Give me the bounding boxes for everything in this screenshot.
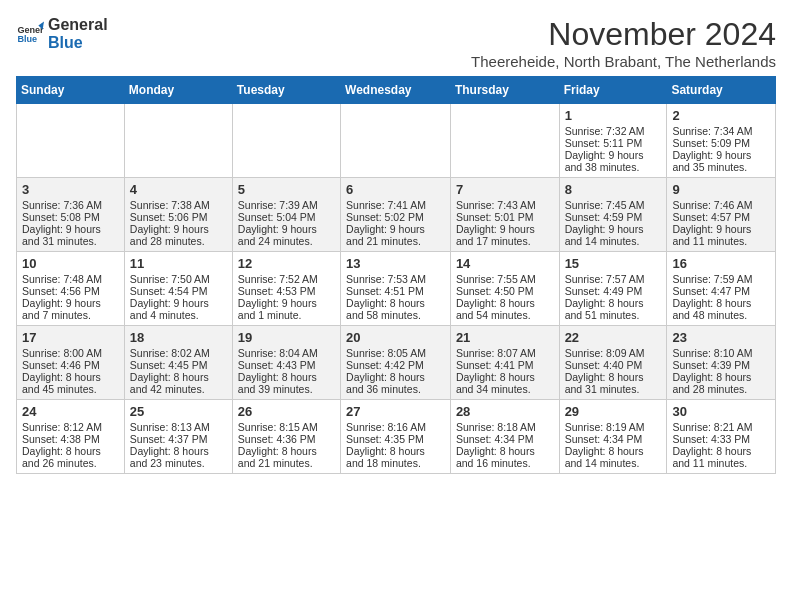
day-number: 23 <box>672 330 770 345</box>
weekday-header-sunday: Sunday <box>17 77 125 104</box>
calendar-week-row: 10Sunrise: 7:48 AMSunset: 4:56 PMDayligh… <box>17 252 776 326</box>
day-info: Daylight: 9 hours and 24 minutes. <box>238 223 335 247</box>
calendar-cell: 17Sunrise: 8:00 AMSunset: 4:46 PMDayligh… <box>17 326 125 400</box>
calendar-cell: 21Sunrise: 8:07 AMSunset: 4:41 PMDayligh… <box>450 326 559 400</box>
day-info: Daylight: 8 hours and 39 minutes. <box>238 371 335 395</box>
calendar-week-row: 1Sunrise: 7:32 AMSunset: 5:11 PMDaylight… <box>17 104 776 178</box>
day-info: Sunset: 4:43 PM <box>238 359 335 371</box>
day-info: Daylight: 8 hours and 45 minutes. <box>22 371 119 395</box>
day-info: Daylight: 8 hours and 18 minutes. <box>346 445 445 469</box>
calendar-cell: 19Sunrise: 8:04 AMSunset: 4:43 PMDayligh… <box>232 326 340 400</box>
calendar-cell: 28Sunrise: 8:18 AMSunset: 4:34 PMDayligh… <box>450 400 559 474</box>
day-info: Sunrise: 8:19 AM <box>565 421 662 433</box>
day-info: Sunset: 4:56 PM <box>22 285 119 297</box>
day-number: 28 <box>456 404 554 419</box>
day-number: 3 <box>22 182 119 197</box>
day-number: 25 <box>130 404 227 419</box>
day-info: Sunrise: 7:46 AM <box>672 199 770 211</box>
calendar-cell: 10Sunrise: 7:48 AMSunset: 4:56 PMDayligh… <box>17 252 125 326</box>
calendar-cell: 25Sunrise: 8:13 AMSunset: 4:37 PMDayligh… <box>124 400 232 474</box>
day-info: Sunset: 4:59 PM <box>565 211 662 223</box>
day-info: Daylight: 8 hours and 54 minutes. <box>456 297 554 321</box>
day-info: Sunset: 5:08 PM <box>22 211 119 223</box>
calendar-cell: 23Sunrise: 8:10 AMSunset: 4:39 PMDayligh… <box>667 326 776 400</box>
calendar-cell: 27Sunrise: 8:16 AMSunset: 4:35 PMDayligh… <box>341 400 451 474</box>
day-info: Sunset: 4:49 PM <box>565 285 662 297</box>
day-info: Sunset: 4:33 PM <box>672 433 770 445</box>
day-info: Sunrise: 7:43 AM <box>456 199 554 211</box>
day-info: Sunrise: 7:39 AM <box>238 199 335 211</box>
day-info: Sunset: 4:34 PM <box>456 433 554 445</box>
logo: General Blue General Blue <box>16 16 108 51</box>
day-info: Sunset: 4:53 PM <box>238 285 335 297</box>
calendar-cell: 11Sunrise: 7:50 AMSunset: 4:54 PMDayligh… <box>124 252 232 326</box>
calendar-week-row: 17Sunrise: 8:00 AMSunset: 4:46 PMDayligh… <box>17 326 776 400</box>
day-info: Sunset: 4:47 PM <box>672 285 770 297</box>
day-number: 1 <box>565 108 662 123</box>
day-number: 13 <box>346 256 445 271</box>
day-number: 16 <box>672 256 770 271</box>
day-info: Sunrise: 7:50 AM <box>130 273 227 285</box>
day-number: 15 <box>565 256 662 271</box>
day-info: Daylight: 9 hours and 21 minutes. <box>346 223 445 247</box>
calendar-table: SundayMondayTuesdayWednesdayThursdayFrid… <box>16 76 776 474</box>
calendar-cell <box>341 104 451 178</box>
calendar-cell <box>124 104 232 178</box>
day-info: Sunset: 4:46 PM <box>22 359 119 371</box>
logo-icon: General Blue <box>16 20 44 48</box>
day-info: Sunrise: 7:41 AM <box>346 199 445 211</box>
day-info: Sunrise: 7:57 AM <box>565 273 662 285</box>
calendar-cell: 16Sunrise: 7:59 AMSunset: 4:47 PMDayligh… <box>667 252 776 326</box>
month-title: November 2024 <box>471 16 776 53</box>
day-number: 24 <box>22 404 119 419</box>
day-info: Sunset: 4:38 PM <box>22 433 119 445</box>
day-info: Sunset: 4:50 PM <box>456 285 554 297</box>
day-info: Sunrise: 7:34 AM <box>672 125 770 137</box>
calendar-cell: 7Sunrise: 7:43 AMSunset: 5:01 PMDaylight… <box>450 178 559 252</box>
calendar-cell: 9Sunrise: 7:46 AMSunset: 4:57 PMDaylight… <box>667 178 776 252</box>
day-number: 12 <box>238 256 335 271</box>
day-info: Sunrise: 8:15 AM <box>238 421 335 433</box>
day-info: Sunset: 4:37 PM <box>130 433 227 445</box>
weekday-header-thursday: Thursday <box>450 77 559 104</box>
day-info: Sunrise: 7:59 AM <box>672 273 770 285</box>
title-area: November 2024 Theereheide, North Brabant… <box>471 16 776 70</box>
day-info: Daylight: 9 hours and 31 minutes. <box>22 223 119 247</box>
day-info: Sunset: 4:35 PM <box>346 433 445 445</box>
day-number: 10 <box>22 256 119 271</box>
day-info: Sunrise: 8:13 AM <box>130 421 227 433</box>
page-header: General Blue General Blue November 2024 … <box>16 16 776 70</box>
day-number: 17 <box>22 330 119 345</box>
calendar-week-row: 3Sunrise: 7:36 AMSunset: 5:08 PMDaylight… <box>17 178 776 252</box>
day-number: 11 <box>130 256 227 271</box>
day-info: Sunset: 5:04 PM <box>238 211 335 223</box>
day-info: Sunset: 5:06 PM <box>130 211 227 223</box>
day-number: 22 <box>565 330 662 345</box>
day-info: Daylight: 8 hours and 31 minutes. <box>565 371 662 395</box>
day-number: 21 <box>456 330 554 345</box>
day-info: Daylight: 8 hours and 14 minutes. <box>565 445 662 469</box>
day-info: Sunset: 4:45 PM <box>130 359 227 371</box>
calendar-cell: 30Sunrise: 8:21 AMSunset: 4:33 PMDayligh… <box>667 400 776 474</box>
day-info: Sunrise: 8:18 AM <box>456 421 554 433</box>
day-info: Daylight: 8 hours and 48 minutes. <box>672 297 770 321</box>
weekday-header-saturday: Saturday <box>667 77 776 104</box>
day-info: Daylight: 8 hours and 58 minutes. <box>346 297 445 321</box>
day-info: Sunset: 5:02 PM <box>346 211 445 223</box>
weekday-header-monday: Monday <box>124 77 232 104</box>
calendar-cell: 3Sunrise: 7:36 AMSunset: 5:08 PMDaylight… <box>17 178 125 252</box>
day-info: Daylight: 9 hours and 7 minutes. <box>22 297 119 321</box>
day-info: Daylight: 9 hours and 11 minutes. <box>672 223 770 247</box>
day-number: 29 <box>565 404 662 419</box>
day-number: 26 <box>238 404 335 419</box>
calendar-cell: 18Sunrise: 8:02 AMSunset: 4:45 PMDayligh… <box>124 326 232 400</box>
calendar-cell: 8Sunrise: 7:45 AMSunset: 4:59 PMDaylight… <box>559 178 667 252</box>
day-info: Sunset: 4:36 PM <box>238 433 335 445</box>
day-info: Daylight: 8 hours and 21 minutes. <box>238 445 335 469</box>
day-info: Daylight: 9 hours and 17 minutes. <box>456 223 554 247</box>
calendar-cell: 4Sunrise: 7:38 AMSunset: 5:06 PMDaylight… <box>124 178 232 252</box>
day-info: Sunrise: 7:53 AM <box>346 273 445 285</box>
logo-general: General <box>48 16 108 34</box>
day-info: Sunset: 4:51 PM <box>346 285 445 297</box>
calendar-cell: 26Sunrise: 8:15 AMSunset: 4:36 PMDayligh… <box>232 400 340 474</box>
